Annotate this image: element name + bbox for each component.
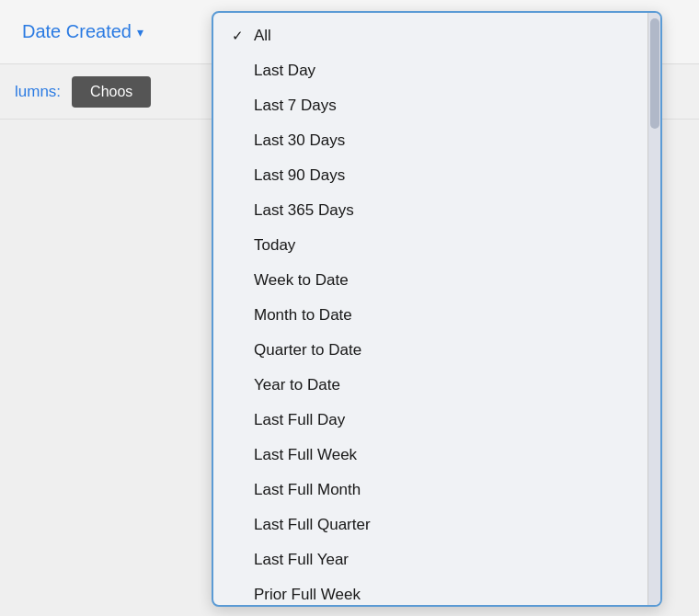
dropdown-item[interactable]: Last Full Year bbox=[213, 542, 647, 577]
date-created-label: Date Created bbox=[22, 21, 132, 42]
dropdown-item-label: Last 30 Days bbox=[254, 131, 629, 150]
dropdown-item-label: Last Full Month bbox=[254, 481, 629, 499]
dropdown-list: ✓AllLast DayLast 7 DaysLast 30 DaysLast … bbox=[213, 13, 647, 605]
scrollbar-thumb bbox=[650, 18, 659, 129]
dropdown-item[interactable]: Week to Date bbox=[213, 263, 647, 298]
dropdown-item-label: Last Full Quarter bbox=[254, 516, 629, 534]
page-background: Date Created ▾ lumns: Choos ✓AllLast Day… bbox=[0, 0, 699, 616]
dropdown-item-label: Today bbox=[254, 236, 629, 255]
dropdown-item-label: Last 365 Days bbox=[254, 201, 629, 220]
dropdown-item-label: Last 7 Days bbox=[254, 97, 629, 115]
dropdown-item[interactable]: Last 365 Days bbox=[213, 193, 647, 228]
dropdown-item-label: Last 90 Days bbox=[254, 166, 629, 185]
dropdown-item[interactable]: Last 90 Days bbox=[213, 158, 647, 193]
dropdown-item-label: Month to Date bbox=[254, 306, 629, 325]
dropdown-item[interactable]: Year to Date bbox=[213, 368, 647, 403]
dropdown-item[interactable]: Last 30 Days bbox=[213, 123, 647, 158]
dropdown-item-label: Last Full Year bbox=[254, 551, 629, 569]
dropdown-item[interactable]: Last Full Month bbox=[213, 473, 647, 508]
dropdown-item-label: Quarter to Date bbox=[254, 341, 629, 359]
scrollbar-track[interactable] bbox=[647, 13, 660, 605]
check-icon: ✓ bbox=[232, 28, 252, 44]
dropdown-item[interactable]: Quarter to Date bbox=[213, 333, 647, 368]
dropdown-item-label: All bbox=[254, 27, 629, 45]
columns-label: lumns: bbox=[15, 83, 61, 101]
dropdown-item[interactable]: Last Full Week bbox=[213, 438, 647, 473]
date-filter-dropdown: ✓AllLast DayLast 7 DaysLast 30 DaysLast … bbox=[212, 11, 662, 607]
dropdown-item[interactable]: Today bbox=[213, 228, 647, 263]
dropdown-item[interactable]: Last 7 Days bbox=[213, 88, 647, 123]
dropdown-item[interactable]: Prior Full Week bbox=[213, 577, 647, 605]
choose-button[interactable]: Choos bbox=[72, 76, 151, 108]
dropdown-item-label: Year to Date bbox=[254, 376, 629, 394]
dropdown-arrow-icon: ▾ bbox=[137, 25, 143, 40]
dropdown-item[interactable]: Last Day bbox=[213, 53, 647, 88]
dropdown-item-label: Last Day bbox=[254, 62, 629, 80]
dropdown-item-label: Prior Full Week bbox=[254, 586, 629, 604]
dropdown-item-label: Week to Date bbox=[254, 271, 629, 290]
dropdown-item[interactable]: Last Full Day bbox=[213, 403, 647, 438]
dropdown-item[interactable]: Month to Date bbox=[213, 298, 647, 333]
dropdown-item-label: Last Full Week bbox=[254, 446, 629, 464]
dropdown-item[interactable]: ✓All bbox=[213, 18, 647, 53]
dropdown-item[interactable]: Last Full Quarter bbox=[213, 508, 647, 542]
dropdown-item-label: Last Full Day bbox=[254, 411, 629, 429]
date-created-button[interactable]: Date Created ▾ bbox=[15, 17, 151, 46]
